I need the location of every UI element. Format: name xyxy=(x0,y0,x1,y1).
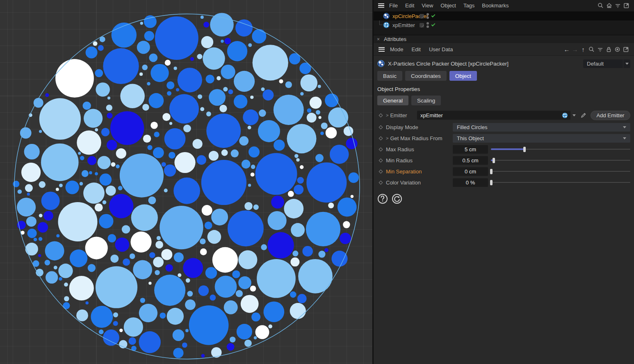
search-icon[interactable] xyxy=(596,1,605,10)
visibility-dots-icon[interactable] xyxy=(426,13,429,19)
hamburger-menu-icon[interactable] xyxy=(377,1,385,10)
slider-handle[interactable] xyxy=(523,147,526,152)
emitter-label: Emitter xyxy=(390,112,407,118)
display-mode-value: Filled Circles xyxy=(457,124,487,130)
menu-file[interactable]: File xyxy=(385,2,401,9)
object-row-xpemitter[interactable]: xpEmitter xyxy=(374,20,634,30)
menu-view[interactable]: View xyxy=(418,2,437,9)
slider-handle[interactable] xyxy=(493,158,495,163)
help-icon[interactable] xyxy=(377,193,388,204)
min-separation-value[interactable]: 0 cm xyxy=(453,167,488,176)
right-panel: File Edit View Object Tags Bookmarks xyxy=(374,0,634,364)
enabled-check-icon[interactable] xyxy=(431,23,436,27)
get-max-radius-from-dropdown[interactable]: This Object xyxy=(453,134,630,143)
slider-handle[interactable] xyxy=(490,180,493,185)
slider-handle[interactable] xyxy=(490,169,493,174)
max-radius-label: Max Radius xyxy=(386,146,414,152)
min-radius-label: Min Radius xyxy=(386,157,413,164)
get-max-radius-from-label: Get Max Radius From xyxy=(390,135,442,141)
reset-icon[interactable] xyxy=(392,193,402,204)
circle-packing-render xyxy=(0,0,372,364)
circle-packer-icon xyxy=(383,13,390,19)
menu-object[interactable]: Object xyxy=(437,2,460,9)
emitter-icon xyxy=(562,112,568,118)
get-max-radius-from-value: This Object xyxy=(457,135,484,141)
chevron-down-icon[interactable] xyxy=(572,114,576,116)
emitter-icon xyxy=(383,22,390,28)
min-separation-label: Min Separation xyxy=(386,168,422,175)
object-row-xpcirclepacker[interactable]: xpCirclePacker xyxy=(374,11,634,20)
attributes-body: X-Particles Circle Packer Object [xpCirc… xyxy=(374,56,634,364)
new-window-icon[interactable] xyxy=(622,45,630,54)
keyframe-diamond-icon[interactable] xyxy=(379,147,383,151)
chevron-down-icon[interactable] xyxy=(623,59,630,68)
focus-icon[interactable] xyxy=(613,45,622,54)
color-variation-slider[interactable] xyxy=(491,180,630,185)
application-window: File Edit View Object Tags Bookmarks xyxy=(0,0,634,364)
attributes-menubar: Mode Edit User Data ← → ↑ xyxy=(374,43,634,56)
object-subtabs: General Scaling xyxy=(377,96,630,105)
enabled-check-icon[interactable] xyxy=(431,14,436,18)
tab-object[interactable]: Object xyxy=(449,71,477,81)
min-radius-value[interactable]: 0.5 cm xyxy=(453,156,488,165)
add-emitter-button[interactable]: Add Emitter xyxy=(591,111,630,120)
chevron-down-icon xyxy=(623,126,626,128)
attribute-tabs: Basic Coordinates Object xyxy=(377,71,630,81)
preset-value: Default xyxy=(583,61,623,67)
search-icon[interactable] xyxy=(587,45,596,54)
keyframe-diamond-icon[interactable] xyxy=(379,125,383,129)
hamburger-menu-icon[interactable] xyxy=(377,45,386,54)
pick-object-icon[interactable] xyxy=(579,111,588,120)
layer-chip-icon[interactable] xyxy=(420,23,424,27)
circle-packer-icon xyxy=(377,60,385,67)
tab-coordinates[interactable]: Coordinates xyxy=(405,71,447,81)
menu-tags[interactable]: Tags xyxy=(460,2,478,9)
min-radius-slider[interactable] xyxy=(491,157,630,163)
display-mode-label: Display Mode xyxy=(386,124,418,130)
attributes-title: Attributes xyxy=(384,36,406,42)
object-manager-menubar: File Edit View Object Tags Bookmarks xyxy=(374,0,634,11)
menu-edit[interactable]: Edit xyxy=(408,46,425,52)
object-header-title: X-Particles Circle Packer Object [xpCirc… xyxy=(388,61,509,67)
display-mode-dropdown[interactable]: Filled Circles xyxy=(453,123,630,132)
chevron-down-icon xyxy=(623,137,626,139)
section-title: Object Properties xyxy=(377,86,630,92)
color-variation-label: Color Variation xyxy=(386,180,421,186)
viewport[interactable] xyxy=(0,0,372,364)
forward-icon: → xyxy=(571,46,579,53)
keyframe-diamond-icon[interactable] xyxy=(379,169,383,173)
lock-icon[interactable] xyxy=(604,45,613,54)
back-icon[interactable]: ← xyxy=(563,46,571,53)
home-icon[interactable] xyxy=(605,1,613,10)
new-window-icon[interactable] xyxy=(622,1,631,10)
subtab-general[interactable]: General xyxy=(377,96,408,105)
visibility-dots-icon[interactable] xyxy=(426,22,429,28)
max-radius-slider[interactable] xyxy=(491,146,630,152)
object-name[interactable]: xpEmitter xyxy=(392,22,415,28)
color-variation-value[interactable]: 0 % xyxy=(453,178,488,187)
expand-chevron-icon[interactable]: > xyxy=(386,136,388,141)
menu-edit[interactable]: Edit xyxy=(401,2,418,9)
expand-chevron-icon[interactable]: > xyxy=(386,113,388,118)
keyframe-diamond-icon[interactable] xyxy=(379,136,383,140)
menu-bookmarks[interactable]: Bookmarks xyxy=(478,2,512,9)
emitter-link-field[interactable]: xpEmitter xyxy=(417,111,570,120)
close-icon[interactable]: × xyxy=(377,36,380,42)
filter-icon[interactable] xyxy=(596,45,604,54)
object-manager: xpCirclePacker xpEmitter xyxy=(374,11,634,35)
keyframe-diamond-icon[interactable] xyxy=(379,180,383,184)
keyframe-diamond-icon[interactable] xyxy=(379,113,383,117)
up-icon[interactable]: ↑ xyxy=(579,46,587,53)
menu-mode[interactable]: Mode xyxy=(386,46,408,52)
filter-icon[interactable] xyxy=(613,1,622,10)
layer-chip-icon[interactable] xyxy=(420,14,424,18)
emitter-link-value: xpEmitter xyxy=(420,112,443,118)
max-radius-value[interactable]: 5 cm xyxy=(453,145,488,154)
tab-basic[interactable]: Basic xyxy=(377,71,402,81)
subtab-scaling[interactable]: Scaling xyxy=(411,96,441,105)
attributes-titlebar: × Attributes xyxy=(374,35,634,43)
min-separation-slider[interactable] xyxy=(491,168,630,174)
preset-dropdown[interactable]: Default xyxy=(583,59,630,68)
menu-user-data[interactable]: User Data xyxy=(425,46,457,52)
keyframe-diamond-icon[interactable] xyxy=(379,158,383,162)
